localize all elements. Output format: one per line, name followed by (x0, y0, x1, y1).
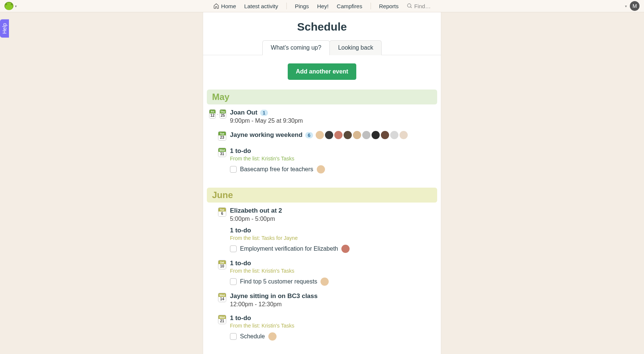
date-num: 14 (218, 297, 226, 302)
logo-icon[interactable] (4, 2, 13, 10)
date-dow: Wed (218, 315, 226, 319)
event-time: 12:00pm - 12:30pm (230, 301, 435, 308)
event-title: 1 to-do (230, 314, 251, 322)
nav-reports[interactable]: Reports (379, 3, 399, 9)
date-dow: Tue (218, 132, 226, 135)
date-range-dash: - (217, 112, 218, 116)
nav-separator (286, 3, 287, 9)
user-avatar[interactable]: M (630, 1, 640, 11)
logo-dropdown-caret[interactable]: ▾ (15, 4, 17, 8)
calendar-chip-icon: Fri 12 (209, 109, 216, 119)
attendee-avatar (325, 131, 333, 139)
event-joan-out[interactable]: Fri 12 - Thu 25 Joan Out 1 9:00pm - May … (209, 109, 435, 124)
todo-checkbox[interactable] (230, 245, 237, 252)
attendee-avatar (390, 131, 398, 139)
comment-count-badge: 1 (260, 110, 268, 116)
main-panel: Schedule What's coming up? Looking back … (203, 12, 441, 354)
event-title: Joan Out (230, 109, 258, 116)
todo-june21[interactable]: Wed 21 1 to-do From the list: Kristin's … (209, 314, 435, 341)
event-title: 1 to-do (230, 227, 251, 234)
todo-june10[interactable]: Sat 10 1 to-do From the list: Kristin's … (209, 260, 435, 286)
attendee-avatar (381, 131, 389, 139)
todo-text[interactable]: Basecamp free for teachers (240, 166, 313, 173)
nav-campfires[interactable]: Campfires (337, 3, 362, 9)
todo-checkbox[interactable] (230, 333, 237, 340)
event-jayne-weekend[interactable]: Tue 23 Jayne working weekend 6 (209, 131, 435, 141)
calendar-chip-icon: Wed 31 (218, 148, 226, 157)
assignee-avatar (268, 332, 277, 341)
event-time: 9:00pm - May 25 at 9:30pm (230, 118, 435, 124)
add-event-button[interactable]: Add another event (288, 63, 356, 80)
nav-separator (370, 3, 371, 9)
tab-past[interactable]: Looking back (329, 40, 382, 55)
attendee-avatar (344, 131, 352, 139)
event-jayne-bc3[interactable]: Wed 14 Jayne sitting in on BC3 class 12:… (209, 292, 435, 308)
calendar-chip-icon: Wed 21 (218, 315, 226, 324)
date-dow: Wed (218, 148, 226, 152)
todo-text[interactable]: Schedule (240, 333, 265, 340)
event-title: 1 to-do (230, 260, 251, 267)
calendar-chip-icon: Sat 10 (218, 260, 226, 269)
user-dropdown-caret[interactable]: ▾ (625, 4, 627, 8)
topbar: ▾ Home Latest activity Pings Hey! Campfi… (0, 0, 644, 12)
assignee-avatar (321, 278, 329, 286)
nav-home-label: Home (221, 3, 236, 9)
search-icon (407, 3, 413, 9)
assignee-avatar (341, 245, 350, 253)
nav-latest[interactable]: Latest activity (244, 3, 278, 9)
attendee-avatar (334, 131, 342, 139)
event-time: 5:00pm - 5:00pm (230, 216, 435, 222)
date-dow: Sat (218, 260, 226, 264)
nav-hey[interactable]: Hey! (317, 3, 329, 9)
nav-center: Home Latest activity Pings Hey! Campfire… (213, 3, 430, 9)
svg-point-0 (407, 4, 411, 7)
event-title: Jayne sitting in on BC3 class (230, 292, 318, 300)
date-num: 25 (220, 113, 226, 118)
comment-count-badge: 6 (305, 132, 313, 138)
event-title: Elizabeth out at 2 (230, 207, 282, 214)
date-dow: Thu (220, 110, 226, 113)
date-num: 6 (218, 212, 226, 216)
attendee-avatar (353, 131, 361, 139)
may-entries: Fri 12 - Thu 25 Joan Out 1 9:00pm - May … (203, 109, 441, 188)
attendee-avatars (316, 131, 408, 139)
attendee-avatar (400, 131, 408, 139)
todo-list-source: From the list: Kristin's Tasks (230, 323, 435, 329)
tab-upcoming[interactable]: What's coming up? (262, 40, 330, 55)
todo-list-source: From the list: Kristin's Tasks (230, 156, 435, 162)
attendee-avatar (362, 131, 370, 139)
todo-may31[interactable]: Wed 31 1 to-do From the list: Kristin's … (209, 147, 435, 173)
schedule-tabs: What's coming up? Looking back (203, 40, 441, 55)
todo-text[interactable]: Employment verification for Elizabeth (240, 245, 338, 252)
page-title: Schedule (203, 21, 441, 33)
calendar-chip-icon: Thu 25 (220, 109, 226, 119)
svg-line-1 (410, 7, 411, 8)
nav-search-label: Find… (414, 3, 430, 9)
todo-june6[interactable]: 1 to-do From the list: Tasks for Jayne E… (209, 227, 435, 253)
date-num: 31 (218, 152, 226, 157)
nav-pings[interactable]: Pings (295, 3, 309, 9)
date-num: 12 (209, 113, 215, 118)
month-header-may: May (207, 90, 437, 104)
nav-search[interactable]: Find… (407, 3, 430, 9)
todo-checkbox[interactable] (230, 278, 237, 285)
month-header-june: June (207, 188, 437, 203)
todo-text[interactable]: Find top 5 customer requests (240, 278, 317, 285)
assignee-avatar (317, 165, 325, 173)
todo-list-source: From the list: Tasks for Jayne (230, 235, 435, 241)
calendar-chip-icon: Tue 6 (218, 207, 226, 217)
date-num: 10 (218, 264, 226, 269)
date-num: 23 (218, 135, 226, 140)
event-elizabeth[interactable]: Tue 6 Elizabeth out at 2 5:00pm - 5:00pm (209, 207, 435, 222)
event-title: Jayne working weekend (230, 131, 303, 139)
calendar-chip-icon: Wed 14 (218, 293, 226, 302)
event-title: 1 to-do (230, 147, 251, 154)
home-icon (213, 3, 219, 9)
todo-checkbox[interactable] (230, 166, 237, 173)
date-dow: Wed (218, 293, 226, 297)
date-dow: Fri (209, 110, 215, 113)
calendar-chip-icon: Tue 23 (218, 131, 226, 141)
help-tab[interactable]: Help (0, 19, 9, 38)
nav-home[interactable]: Home (213, 3, 236, 9)
june-entries: Tue 6 Elizabeth out at 2 5:00pm - 5:00pm… (203, 207, 441, 354)
